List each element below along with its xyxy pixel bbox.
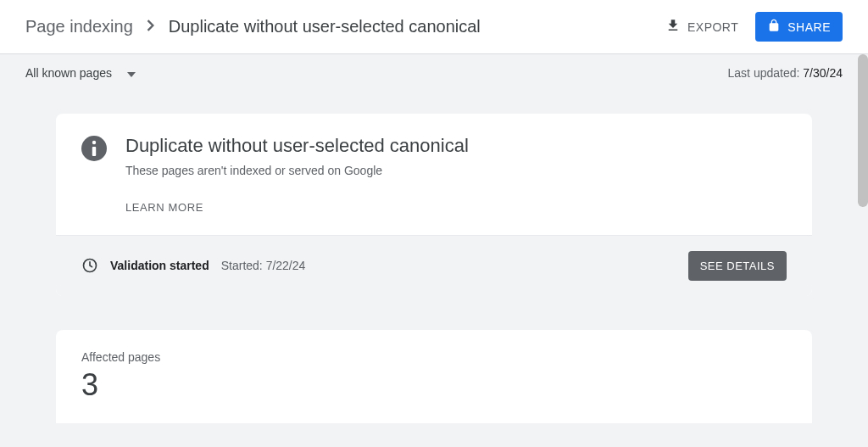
export-button[interactable]: EXPORT: [665, 18, 738, 36]
issue-subtitle: These pages aren't indexed or served on …: [125, 164, 469, 177]
download-icon: [665, 18, 681, 36]
breadcrumb: Page indexing Duplicate without user-sel…: [25, 17, 481, 36]
affected-pages-count: 3: [81, 367, 787, 403]
chevron-right-icon: [147, 18, 155, 36]
breadcrumb-root[interactable]: Page indexing: [25, 17, 133, 36]
last-updated-value: 7/30/24: [803, 66, 843, 80]
validation-info: Validation started Started: 7/22/24: [81, 257, 305, 274]
filter-selected-label: All known pages: [25, 66, 112, 80]
last-updated: Last updated: 7/30/24: [728, 66, 843, 80]
breadcrumb-current: Duplicate without user-selected canonica…: [169, 17, 481, 36]
see-details-button[interactable]: SEE DETAILS: [688, 251, 787, 281]
header-actions: EXPORT SHARE: [665, 12, 843, 42]
caret-down-icon: [127, 66, 136, 80]
lock-icon: [767, 19, 781, 35]
affected-pages-label: Affected pages: [81, 350, 787, 364]
validation-status: Validation started: [110, 259, 209, 272]
svg-point-0: [92, 141, 96, 144]
export-label: EXPORT: [687, 20, 738, 34]
content: Duplicate without user-selected canonica…: [0, 80, 868, 423]
issue-title: Duplicate without user-selected canonica…: [125, 134, 469, 159]
subbar: All known pages Last updated: 7/30/24: [0, 54, 868, 80]
svg-rect-1: [92, 147, 96, 156]
issue-card: Duplicate without user-selected canonica…: [56, 114, 812, 296]
validation-bar: Validation started Started: 7/22/24 SEE …: [56, 235, 812, 296]
scrollbar[interactable]: [858, 54, 868, 207]
validation-started: Started: 7/22/24: [221, 259, 306, 272]
learn-more-button[interactable]: LEARN MORE: [125, 201, 203, 214]
share-button[interactable]: SHARE: [755, 12, 843, 42]
clock-icon: [81, 257, 98, 274]
last-updated-label: Last updated:: [728, 66, 804, 80]
issue-card-body: Duplicate without user-selected canonica…: [56, 114, 812, 235]
info-icon: [81, 136, 107, 161]
share-label: SHARE: [787, 20, 831, 34]
page-header: Page indexing Duplicate without user-sel…: [0, 0, 868, 54]
affected-pages-card: Affected pages 3: [56, 330, 812, 423]
issue-card-text: Duplicate without user-selected canonica…: [125, 134, 469, 215]
pages-filter-dropdown[interactable]: All known pages: [25, 66, 136, 80]
